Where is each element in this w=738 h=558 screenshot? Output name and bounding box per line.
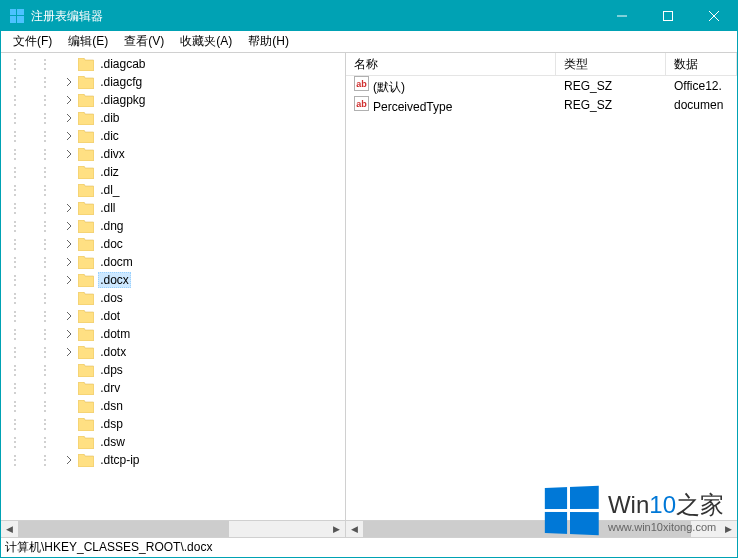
tree-item-label: .drv (98, 381, 122, 395)
tree-item-label: .dib (98, 111, 121, 125)
value-name-cell: ab(默认) (346, 76, 556, 96)
tree-item[interactable]: ⋮ ⋮ .diagcab (1, 55, 345, 73)
tree-item[interactable]: ⋮ ⋮ .doc (1, 235, 345, 253)
tree-item[interactable]: ⋮ ⋮ .docx (1, 271, 345, 289)
tree-item[interactable]: ⋮ ⋮ .dic (1, 127, 345, 145)
scroll-thumb[interactable] (18, 521, 229, 537)
expand-chevron-icon[interactable] (62, 255, 76, 269)
tree-item[interactable]: ⋮ ⋮ .dtcp-ip (1, 451, 345, 469)
tree-item[interactable]: ⋮ ⋮ .dib (1, 109, 345, 127)
scroll-right-button[interactable]: ▶ (720, 521, 737, 538)
tree-item[interactable]: ⋮ ⋮ .dot (1, 307, 345, 325)
folder-icon (78, 328, 94, 341)
column-type[interactable]: 类型 (556, 53, 666, 75)
tree-leaf (62, 417, 76, 431)
registry-editor-window: 注册表编辑器 文件(F) 编辑(E) 查看(V) 收藏夹(A) 帮助(H) ⋮ … (0, 0, 738, 558)
titlebar[interactable]: 注册表编辑器 (1, 1, 737, 31)
folder-icon (78, 130, 94, 143)
tree-item-label: .dng (98, 219, 125, 233)
close-button[interactable] (691, 1, 737, 31)
tree-leaf (62, 381, 76, 395)
tree-item-label: .dsn (98, 399, 125, 413)
tree-item-label: .diagcab (98, 57, 147, 71)
folder-icon (78, 76, 94, 89)
tree-leaf (62, 363, 76, 377)
menu-edit[interactable]: 编辑(E) (60, 31, 116, 52)
expand-chevron-icon[interactable] (62, 75, 76, 89)
tree-item[interactable]: ⋮ ⋮ .dsp (1, 415, 345, 433)
scroll-thumb[interactable] (363, 521, 691, 537)
maximize-button[interactable] (645, 1, 691, 31)
value-row[interactable]: ab(默认)REG_SZOffice12. (346, 76, 737, 95)
expand-chevron-icon[interactable] (62, 111, 76, 125)
value-data-cell: documen (666, 98, 737, 112)
tree-item-label: .diagpkg (98, 93, 147, 107)
tree-item[interactable]: ⋮ ⋮ .dl_ (1, 181, 345, 199)
tree-item-label: .dll (98, 201, 117, 215)
expand-chevron-icon[interactable] (62, 345, 76, 359)
tree-item[interactable]: ⋮ ⋮ .divx (1, 145, 345, 163)
column-data[interactable]: 数据 (666, 53, 737, 75)
expand-chevron-icon[interactable] (62, 273, 76, 287)
tree-leaf (62, 435, 76, 449)
expand-chevron-icon[interactable] (62, 309, 76, 323)
folder-icon (78, 274, 94, 287)
expand-chevron-icon[interactable] (62, 327, 76, 341)
folder-icon (78, 418, 94, 431)
tree-item[interactable]: ⋮ ⋮ .diz (1, 163, 345, 181)
menu-favorites[interactable]: 收藏夹(A) (172, 31, 240, 52)
values-list[interactable]: ab(默认)REG_SZOffice12.abPerceivedTypeREG_… (346, 76, 737, 520)
tree-leaf (62, 291, 76, 305)
tree-item[interactable]: ⋮ ⋮ .docm (1, 253, 345, 271)
tree-item-label: .diz (98, 165, 121, 179)
values-horizontal-scrollbar[interactable]: ◀ ▶ (346, 520, 737, 537)
folder-icon (78, 202, 94, 215)
menu-view[interactable]: 查看(V) (116, 31, 172, 52)
svg-rect-0 (10, 9, 16, 15)
folder-icon (78, 112, 94, 125)
folder-icon (78, 382, 94, 395)
tree-item-label: .dos (98, 291, 125, 305)
menu-help[interactable]: 帮助(H) (240, 31, 297, 52)
value-row[interactable]: abPerceivedTypeREG_SZdocumen (346, 95, 737, 114)
window-title: 注册表编辑器 (31, 8, 599, 25)
expand-chevron-icon[interactable] (62, 201, 76, 215)
values-pane: 名称 类型 数据 ab(默认)REG_SZOffice12.abPerceive… (346, 53, 737, 537)
tree-horizontal-scrollbar[interactable]: ◀ ▶ (1, 520, 345, 537)
expand-chevron-icon[interactable] (62, 147, 76, 161)
statusbar: 计算机\HKEY_CLASSES_ROOT\.docx (1, 537, 737, 557)
tree-item[interactable]: ⋮ ⋮ .dotm (1, 325, 345, 343)
tree-item-label: .dotx (98, 345, 128, 359)
registry-tree[interactable]: ⋮ ⋮ .diagcab⋮ ⋮ .diagcfg⋮ ⋮ .diagpkg⋮ ⋮ … (1, 53, 345, 520)
tree-item[interactable]: ⋮ ⋮ .drv (1, 379, 345, 397)
scroll-right-button[interactable]: ▶ (328, 521, 345, 538)
expand-chevron-icon[interactable] (62, 453, 76, 467)
tree-item[interactable]: ⋮ ⋮ .dll (1, 199, 345, 217)
scroll-left-button[interactable]: ◀ (1, 521, 18, 538)
expand-chevron-icon[interactable] (62, 237, 76, 251)
expand-chevron-icon[interactable] (62, 219, 76, 233)
tree-item[interactable]: ⋮ ⋮ .diagpkg (1, 91, 345, 109)
tree-item-label: .dps (98, 363, 125, 377)
scroll-track[interactable] (363, 521, 720, 537)
scroll-left-button[interactable]: ◀ (346, 521, 363, 538)
minimize-button[interactable] (599, 1, 645, 31)
column-name[interactable]: 名称 (346, 53, 556, 75)
menu-file[interactable]: 文件(F) (5, 31, 60, 52)
tree-item-label: .docx (98, 272, 131, 288)
svg-text:ab: ab (356, 79, 367, 89)
expand-chevron-icon[interactable] (62, 93, 76, 107)
tree-item[interactable]: ⋮ ⋮ .dng (1, 217, 345, 235)
svg-rect-3 (17, 16, 24, 23)
tree-item[interactable]: ⋮ ⋮ .dsw (1, 433, 345, 451)
scroll-track[interactable] (18, 521, 328, 537)
folder-icon (78, 166, 94, 179)
tree-item[interactable]: ⋮ ⋮ .dsn (1, 397, 345, 415)
tree-item[interactable]: ⋮ ⋮ .dotx (1, 343, 345, 361)
svg-text:ab: ab (356, 99, 367, 109)
tree-item[interactable]: ⋮ ⋮ .dps (1, 361, 345, 379)
tree-item[interactable]: ⋮ ⋮ .dos (1, 289, 345, 307)
expand-chevron-icon[interactable] (62, 129, 76, 143)
tree-item[interactable]: ⋮ ⋮ .diagcfg (1, 73, 345, 91)
tree-item-label: .dtcp-ip (98, 453, 141, 467)
